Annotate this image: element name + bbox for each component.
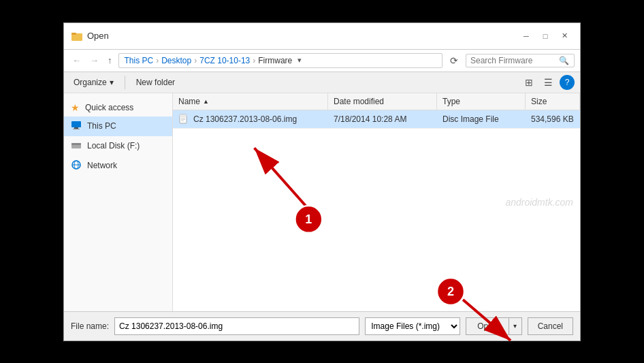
toolbar-right: ⊞ ☰ ? — [521, 75, 575, 90]
file-type: Disc Image File — [442, 114, 499, 124]
bc-firmware: Firmware — [258, 56, 292, 65]
file-list-header: Name ▲ Date modified Type Size — [173, 93, 580, 110]
star-icon: ★ — [71, 102, 80, 113]
refresh-button[interactable]: ⟳ — [446, 54, 462, 67]
back-button[interactable]: ← — [69, 54, 84, 67]
new-folder-label: New folder — [136, 78, 175, 87]
folder-icon — [71, 30, 83, 42]
open-btn-group: Open ▾ — [466, 317, 521, 335]
bc-7cz[interactable]: 7CZ 10-10-13 — [199, 56, 250, 65]
pc-icon — [71, 120, 82, 133]
help-button[interactable]: ? — [560, 75, 575, 90]
organize-button[interactable]: Organize ▾ — [69, 76, 118, 89]
filename-label: File name: — [71, 321, 109, 331]
open-button[interactable]: Open — [466, 317, 508, 335]
toolbar: Organize ▾ New folder ⊞ ☰ ? — [64, 72, 580, 93]
col-type-label: Type — [442, 97, 460, 106]
organize-arrow: ▾ — [110, 78, 114, 87]
up-button[interactable]: ↑ — [105, 54, 115, 67]
search-box: 🔍 — [466, 54, 575, 67]
sidebar-item-quick-access[interactable]: ★ Quick access — [64, 99, 172, 116]
search-icon: 🔍 — [559, 56, 569, 65]
svg-rect-2 — [71, 121, 81, 127]
file-img-icon — [178, 114, 189, 125]
svg-rect-13 — [181, 119, 185, 120]
sidebar-item-this-pc[interactable]: This PC — [64, 116, 172, 136]
open-dialog: Open ─ □ ✕ ← → ↑ This PC › Desktop › 7CZ… — [63, 22, 581, 341]
svg-rect-6 — [71, 143, 81, 145]
file-name: Cz 1306237.2013-08-06.img — [193, 114, 297, 124]
col-size-label: Size — [531, 97, 547, 106]
svg-rect-3 — [74, 127, 78, 129]
col-header-size[interactable]: Size — [526, 93, 580, 110]
forward-button[interactable]: → — [87, 54, 101, 67]
svg-rect-11 — [180, 114, 187, 117]
titlebar: Open ─ □ ✕ — [64, 23, 580, 50]
addressbar: ← → ↑ This PC › Desktop › 7CZ 10-10-13 ›… — [64, 50, 580, 72]
network-icon — [71, 159, 82, 172]
bottombar: File name: Image Files (*.img) All Files… — [64, 311, 580, 341]
svg-rect-14 — [181, 121, 184, 121]
minimize-button[interactable]: ─ — [517, 29, 535, 44]
close-button[interactable]: ✕ — [556, 29, 573, 44]
svg-rect-4 — [73, 129, 80, 129]
content-area: ★ Quick access This PC Local Disk (F:) — [64, 93, 580, 311]
col-name-label: Name — [178, 97, 200, 106]
table-row[interactable]: Cz 1306237.2013-08-06.img 7/18/2014 10:2… — [173, 110, 580, 129]
sidebar-item-local-disk[interactable]: Local Disk (F:) — [64, 136, 172, 156]
view-tiles-button[interactable]: ⊞ — [521, 75, 537, 90]
col-header-date[interactable]: Date modified — [328, 93, 437, 110]
disk-icon — [71, 140, 82, 153]
col-header-name[interactable]: Name ▲ — [173, 93, 328, 110]
sidebar: ★ Quick access This PC Local Disk (F:) — [64, 93, 173, 311]
organize-label: Organize — [74, 78, 107, 87]
new-folder-button[interactable]: New folder — [132, 76, 179, 89]
filename-input[interactable] — [114, 317, 359, 335]
maximize-button[interactable]: □ — [536, 29, 554, 44]
sidebar-label-this-pc: This PC — [87, 121, 116, 131]
open-dropdown-button[interactable]: ▾ — [509, 317, 522, 335]
filetype-select[interactable]: Image Files (*.img) All Files (*.*) — [365, 317, 460, 335]
col-date-label: Date modified — [334, 97, 384, 106]
toolbar-separator — [125, 76, 125, 89]
file-size-cell: 534,596 KB — [526, 110, 580, 128]
col-header-type[interactable]: Type — [437, 93, 526, 110]
svg-rect-1 — [71, 33, 76, 35]
file-date-cell: 7/18/2014 10:28 AM — [328, 110, 437, 128]
bc-this-pc[interactable]: This PC — [125, 56, 154, 65]
sort-arrow-icon: ▲ — [203, 98, 209, 105]
file-type-cell: Disc Image File — [437, 110, 526, 128]
svg-rect-12 — [181, 118, 185, 119]
titlebar-left: Open — [71, 30, 109, 42]
file-name-cell: Cz 1306237.2013-08-06.img — [173, 110, 328, 128]
sidebar-label-local-disk: Local Disk (F:) — [87, 141, 140, 151]
cancel-button[interactable]: Cancel — [528, 317, 573, 335]
file-rows: Cz 1306237.2013-08-06.img 7/18/2014 10:2… — [173, 110, 580, 311]
breadcrumb[interactable]: This PC › Desktop › 7CZ 10-10-13 › Firmw… — [118, 53, 443, 68]
view-list-button[interactable]: ☰ — [540, 75, 557, 90]
bc-desktop[interactable]: Desktop — [161, 56, 191, 65]
search-input[interactable] — [470, 56, 559, 65]
titlebar-controls: ─ □ ✕ — [517, 29, 573, 44]
sidebar-label-network: Network — [87, 161, 117, 170]
file-size: 534,596 KB — [531, 114, 574, 124]
sidebar-item-network[interactable]: Network — [64, 156, 172, 176]
breadcrumb-dropdown[interactable]: ▾ — [297, 56, 302, 65]
file-list: Name ▲ Date modified Type Size — [173, 93, 580, 311]
file-date: 7/18/2014 10:28 AM — [334, 114, 406, 124]
dialog-title: Open — [87, 31, 109, 41]
sidebar-label-quick-access: Quick access — [85, 103, 133, 112]
